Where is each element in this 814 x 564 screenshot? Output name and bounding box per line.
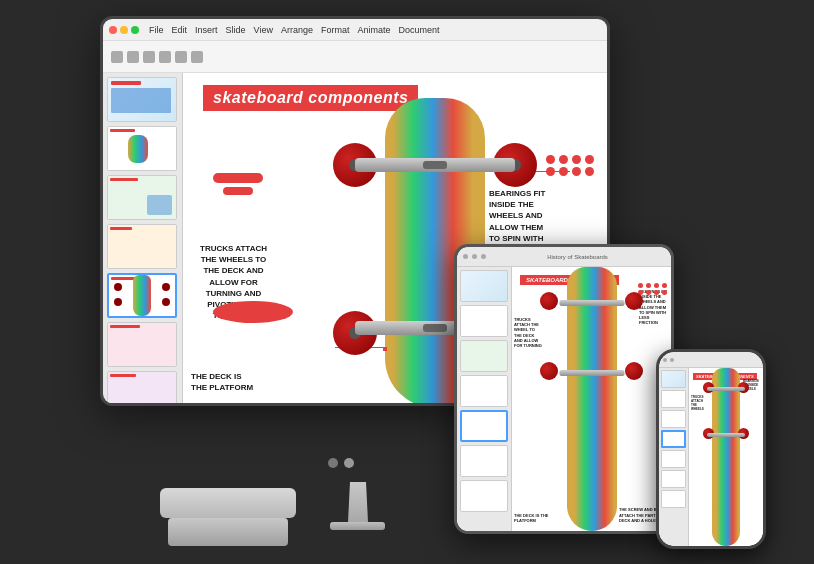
bearing-dot-7: [572, 167, 581, 176]
ipad-main: SKATEBOARD COMPONENTS TRUCKS ATTACH THE …: [512, 267, 671, 531]
monitor-base: [330, 522, 385, 530]
menu-animate[interactable]: Animate: [357, 25, 390, 35]
truck-top-nut: [423, 161, 447, 169]
menu-edit[interactable]: Edit: [172, 25, 188, 35]
traffic-lights: [109, 26, 139, 34]
toolbar-icon-4[interactable]: [159, 51, 171, 63]
ipad-sidebar: [457, 267, 512, 531]
truck-shape-lower: [223, 187, 253, 195]
menu-insert[interactable]: Insert: [195, 25, 218, 35]
ipad-label-deck: THE DECK IS THE PLATFORM: [514, 513, 549, 523]
menu-slide[interactable]: Slide: [226, 25, 246, 35]
ipad-thumb-4[interactable]: [460, 375, 508, 407]
slide-thumb-7[interactable]: [107, 371, 177, 403]
ipad-wheel-br: [625, 362, 643, 380]
iphone-thumb-2[interactable]: [661, 390, 686, 408]
slide-thumb-3[interactable]: [107, 175, 177, 220]
toolbar-icons: [111, 51, 203, 63]
ipad-thumb-2[interactable]: [460, 305, 508, 337]
deck-label: THE DECK IS THE PLATFORM: [191, 371, 276, 393]
mac-mini-body: [160, 488, 296, 518]
bearing-dot-8: [585, 167, 594, 176]
menu-arrange[interactable]: Arrange: [281, 25, 313, 35]
ipad-wheel-tl: [540, 292, 558, 310]
slide-panel: [103, 73, 183, 403]
ipad-toolbar: History of Skateboards: [457, 247, 671, 267]
slide-thumb-2[interactable]: [107, 126, 177, 171]
bearing-dot-3: [572, 155, 581, 164]
ipad-wheel-bl: [540, 362, 558, 380]
ipad-content: SKATEBOARD COMPONENTS TRUCKS ATTACH THE …: [457, 267, 671, 531]
ipad-colored-bar: [567, 267, 617, 531]
ipad-toolbar-dot-2: [472, 254, 477, 259]
mac-mini-port-2: [344, 458, 354, 468]
menu-view[interactable]: View: [254, 25, 273, 35]
ipad: History of Skateboards SKATEBOARD COMPON…: [454, 244, 674, 534]
iphone-thumb-5[interactable]: [661, 450, 686, 468]
bearing-dot-1: [546, 155, 555, 164]
ipad-thumb-3[interactable]: [460, 340, 508, 372]
ipad-toolbar-dot-1: [463, 254, 468, 259]
ipad-wheel-tr: [625, 292, 643, 310]
toolbar-icon-5[interactable]: [175, 51, 187, 63]
ipad-bearing-dots: [638, 283, 668, 295]
bearing-dot-4: [585, 155, 594, 164]
anno-dot-deck: [383, 347, 387, 351]
iphone-colored-bar: [712, 368, 740, 546]
iphone-sidebar: [659, 368, 689, 546]
slide-thumb-6[interactable]: [107, 322, 177, 367]
bearing-dots: [546, 155, 595, 176]
toolbar-icon-6[interactable]: [191, 51, 203, 63]
toolbar-icon-1[interactable]: [111, 51, 123, 63]
mac-mini-ports: [328, 450, 354, 468]
slide-thumb-5[interactable]: [107, 273, 177, 318]
iphone: SKATEBOARD COMPONENTS TRUCKS ATTACH THE …: [656, 349, 766, 549]
truck-shape-upper: [213, 173, 263, 183]
ipad-truck-top: [559, 300, 624, 306]
ipad-truck-bottom: [559, 370, 624, 376]
iphone-main: SKATEBOARD COMPONENTS TRUCKS ATTACH THE …: [689, 368, 763, 546]
toolbar: [103, 41, 607, 73]
iphone-thumb-4[interactable]: [661, 430, 686, 448]
mac-mini-port-1[interactable]: [328, 458, 338, 468]
menu-bar: File Edit Insert Slide View Arrange Form…: [103, 19, 607, 41]
deck-shape: [213, 301, 293, 323]
close-button[interactable]: [109, 26, 117, 34]
ipad-screen: History of Skateboards SKATEBOARD COMPON…: [457, 247, 671, 531]
iphone-thumb-1[interactable]: [661, 370, 686, 388]
iphone-screen: SKATEBOARD COMPONENTS TRUCKS ATTACH THE …: [659, 352, 763, 546]
ipad-thumb-6[interactable]: [460, 445, 508, 477]
ipad-thumb-7[interactable]: [460, 480, 508, 512]
ipad-toolbar-dot-3: [481, 254, 486, 259]
truck-bottom-nut: [423, 324, 447, 332]
ipad-thumb-1[interactable]: [460, 270, 508, 302]
iphone-label-trucks: TRUCKS ATTACH THE WHEELS: [691, 396, 709, 412]
monitor-neck: [348, 482, 368, 522]
iphone-dot-2: [670, 358, 674, 362]
iphone-thumb-3[interactable]: [661, 410, 686, 428]
menu-file[interactable]: File: [149, 25, 164, 35]
maximize-button[interactable]: [131, 26, 139, 34]
menu-items: File Edit Insert Slide View Arrange Form…: [149, 25, 440, 35]
iphone-thumb-7[interactable]: [661, 490, 686, 508]
mac-mini-base: [168, 518, 288, 546]
truck-icon: [213, 173, 263, 195]
toolbar-icon-2[interactable]: [127, 51, 139, 63]
menu-format[interactable]: Format: [321, 25, 350, 35]
slide-thumb-1[interactable]: [107, 77, 177, 122]
iphone-toolbar: [659, 352, 763, 368]
menu-document[interactable]: Document: [399, 25, 440, 35]
ipad-thumb-5[interactable]: [460, 410, 508, 442]
toolbar-icon-3[interactable]: [143, 51, 155, 63]
ipad-toolbar-title: History of Skateboards: [547, 254, 608, 260]
iphone-truck-top: [707, 387, 745, 391]
bearing-dot-2: [559, 155, 568, 164]
iphone-content: SKATEBOARD COMPONENTS TRUCKS ATTACH THE …: [659, 368, 763, 546]
iphone-truck-bottom: [707, 433, 745, 437]
minimize-button[interactable]: [120, 26, 128, 34]
iphone-thumb-6[interactable]: [661, 470, 686, 488]
ipad-label-trucks: TRUCKS ATTACH THE WHEEL TO THE DECK AND …: [514, 317, 544, 348]
slide-thumb-4[interactable]: [107, 224, 177, 269]
iphone-dot-1: [663, 358, 667, 362]
